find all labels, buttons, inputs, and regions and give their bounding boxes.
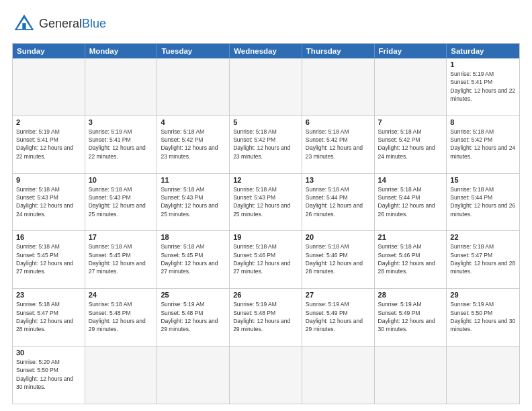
logo: GeneralBlue bbox=[12, 12, 106, 36]
day-number: 10 bbox=[89, 176, 154, 184]
day-number: 14 bbox=[378, 176, 443, 184]
calendar-cell: 23Sunrise: 5:18 AM Sunset: 5:47 PM Dayli… bbox=[13, 289, 85, 346]
day-number: 19 bbox=[233, 233, 298, 241]
day-number: 21 bbox=[378, 233, 443, 241]
calendar-cell: 25Sunrise: 5:19 AM Sunset: 5:48 PM Dayli… bbox=[157, 289, 230, 346]
calendar-cell: 2Sunrise: 5:19 AM Sunset: 5:41 PM Daylig… bbox=[13, 116, 85, 173]
calendar-body: 1Sunrise: 5:19 AM Sunset: 5:41 PM Daylig… bbox=[13, 58, 519, 404]
day-number: 22 bbox=[450, 233, 516, 241]
day-info: Sunrise: 5:19 AM Sunset: 5:48 PM Dayligh… bbox=[161, 300, 226, 333]
day-info: Sunrise: 5:19 AM Sunset: 5:41 PM Dayligh… bbox=[89, 128, 154, 161]
day-number: 17 bbox=[89, 233, 154, 241]
day-info: Sunrise: 5:19 AM Sunset: 5:41 PM Dayligh… bbox=[450, 70, 516, 103]
day-info: Sunrise: 5:18 AM Sunset: 5:43 PM Dayligh… bbox=[161, 185, 226, 218]
day-info: Sunrise: 5:18 AM Sunset: 5:42 PM Dayligh… bbox=[450, 128, 516, 161]
day-info: Sunrise: 5:18 AM Sunset: 5:42 PM Dayligh… bbox=[378, 128, 443, 161]
weekday-header: Sunday bbox=[13, 44, 85, 58]
calendar-cell: 7Sunrise: 5:18 AM Sunset: 5:42 PM Daylig… bbox=[375, 116, 447, 173]
day-number: 25 bbox=[161, 291, 226, 299]
calendar-cell bbox=[157, 347, 230, 404]
svg-rect-2 bbox=[22, 23, 26, 29]
calendar-cell: 13Sunrise: 5:18 AM Sunset: 5:44 PM Dayli… bbox=[302, 174, 375, 231]
calendar-cell bbox=[157, 58, 230, 116]
calendar-cell: 12Sunrise: 5:18 AM Sunset: 5:43 PM Dayli… bbox=[230, 174, 302, 231]
day-number: 23 bbox=[16, 291, 81, 299]
day-info: Sunrise: 5:18 AM Sunset: 5:43 PM Dayligh… bbox=[16, 185, 81, 218]
day-info: Sunrise: 5:18 AM Sunset: 5:48 PM Dayligh… bbox=[89, 300, 154, 333]
day-number: 16 bbox=[16, 233, 81, 241]
day-number: 1 bbox=[450, 60, 516, 68]
weekday-header: Tuesday bbox=[157, 44, 230, 58]
calendar-cell: 6Sunrise: 5:18 AM Sunset: 5:42 PM Daylig… bbox=[302, 116, 375, 173]
calendar-cell: 3Sunrise: 5:19 AM Sunset: 5:41 PM Daylig… bbox=[85, 116, 158, 173]
calendar-row: 9Sunrise: 5:18 AM Sunset: 5:43 PM Daylig… bbox=[13, 174, 519, 232]
calendar-cell bbox=[302, 347, 375, 404]
calendar-cell: 18Sunrise: 5:18 AM Sunset: 5:45 PM Dayli… bbox=[157, 231, 230, 288]
day-number: 2 bbox=[16, 118, 81, 126]
calendar: SundayMondayTuesdayWednesdayThursdayFrid… bbox=[12, 43, 520, 404]
logo-icon bbox=[12, 12, 36, 36]
day-info: Sunrise: 5:18 AM Sunset: 5:44 PM Dayligh… bbox=[306, 185, 371, 218]
calendar-cell: 21Sunrise: 5:18 AM Sunset: 5:46 PM Dayli… bbox=[375, 231, 447, 288]
calendar-cell: 28Sunrise: 5:19 AM Sunset: 5:49 PM Dayli… bbox=[375, 289, 447, 346]
day-number: 18 bbox=[161, 233, 226, 241]
day-number: 15 bbox=[450, 176, 516, 184]
day-number: 3 bbox=[89, 118, 154, 126]
calendar-cell: 4Sunrise: 5:18 AM Sunset: 5:42 PM Daylig… bbox=[157, 116, 230, 173]
calendar-cell: 16Sunrise: 5:18 AM Sunset: 5:45 PM Dayli… bbox=[13, 231, 85, 288]
day-number: 8 bbox=[450, 118, 516, 126]
calendar-row: 23Sunrise: 5:18 AM Sunset: 5:47 PM Dayli… bbox=[13, 289, 519, 347]
calendar-cell: 30Sunrise: 5:20 AM Sunset: 5:50 PM Dayli… bbox=[13, 347, 85, 404]
day-info: Sunrise: 5:19 AM Sunset: 5:49 PM Dayligh… bbox=[378, 300, 443, 333]
calendar-cell: 1Sunrise: 5:19 AM Sunset: 5:41 PM Daylig… bbox=[447, 58, 519, 116]
calendar-cell bbox=[302, 58, 375, 116]
weekday-header: Wednesday bbox=[230, 44, 302, 58]
day-info: Sunrise: 5:18 AM Sunset: 5:45 PM Dayligh… bbox=[161, 242, 226, 275]
calendar-cell bbox=[85, 347, 158, 404]
day-info: Sunrise: 5:18 AM Sunset: 5:43 PM Dayligh… bbox=[89, 185, 154, 218]
weekday-header: Thursday bbox=[302, 44, 375, 58]
calendar-cell: 11Sunrise: 5:18 AM Sunset: 5:43 PM Dayli… bbox=[157, 174, 230, 231]
day-info: Sunrise: 5:18 AM Sunset: 5:47 PM Dayligh… bbox=[16, 300, 81, 333]
weekday-header: Monday bbox=[85, 44, 158, 58]
day-info: Sunrise: 5:18 AM Sunset: 5:46 PM Dayligh… bbox=[306, 242, 371, 275]
calendar-row: 30Sunrise: 5:20 AM Sunset: 5:50 PM Dayli… bbox=[13, 347, 519, 404]
calendar-row: 1Sunrise: 5:19 AM Sunset: 5:41 PM Daylig… bbox=[13, 58, 519, 116]
header: GeneralBlue bbox=[12, 12, 520, 36]
logo-blue: Blue bbox=[82, 17, 106, 30]
day-number: 5 bbox=[233, 118, 298, 126]
logo-general: General bbox=[39, 17, 82, 30]
day-info: Sunrise: 5:18 AM Sunset: 5:47 PM Dayligh… bbox=[450, 242, 516, 275]
day-info: Sunrise: 5:20 AM Sunset: 5:50 PM Dayligh… bbox=[16, 358, 81, 391]
day-number: 7 bbox=[378, 118, 443, 126]
day-number: 9 bbox=[16, 176, 81, 184]
day-info: Sunrise: 5:18 AM Sunset: 5:46 PM Dayligh… bbox=[233, 242, 298, 275]
calendar-cell bbox=[13, 58, 85, 116]
calendar-cell: 9Sunrise: 5:18 AM Sunset: 5:43 PM Daylig… bbox=[13, 174, 85, 231]
calendar-cell bbox=[375, 58, 447, 116]
day-number: 20 bbox=[306, 233, 371, 241]
calendar-cell bbox=[447, 347, 519, 404]
logo-text: GeneralBlue bbox=[39, 17, 106, 31]
day-info: Sunrise: 5:18 AM Sunset: 5:43 PM Dayligh… bbox=[233, 185, 298, 218]
day-number: 6 bbox=[306, 118, 371, 126]
day-info: Sunrise: 5:18 AM Sunset: 5:45 PM Dayligh… bbox=[89, 242, 154, 275]
calendar-cell bbox=[375, 347, 447, 404]
day-number: 28 bbox=[378, 291, 443, 299]
day-info: Sunrise: 5:18 AM Sunset: 5:44 PM Dayligh… bbox=[450, 185, 516, 218]
day-number: 27 bbox=[306, 291, 371, 299]
weekday-header: Friday bbox=[375, 44, 447, 58]
day-info: Sunrise: 5:19 AM Sunset: 5:50 PM Dayligh… bbox=[450, 300, 516, 333]
calendar-cell: 19Sunrise: 5:18 AM Sunset: 5:46 PM Dayli… bbox=[230, 231, 302, 288]
day-number: 30 bbox=[16, 349, 81, 357]
calendar-cell: 20Sunrise: 5:18 AM Sunset: 5:46 PM Dayli… bbox=[302, 231, 375, 288]
day-info: Sunrise: 5:19 AM Sunset: 5:41 PM Dayligh… bbox=[16, 128, 81, 161]
calendar-cell: 29Sunrise: 5:19 AM Sunset: 5:50 PM Dayli… bbox=[447, 289, 519, 346]
day-info: Sunrise: 5:18 AM Sunset: 5:46 PM Dayligh… bbox=[378, 242, 443, 275]
day-info: Sunrise: 5:18 AM Sunset: 5:42 PM Dayligh… bbox=[161, 128, 226, 161]
calendar-cell: 17Sunrise: 5:18 AM Sunset: 5:45 PM Dayli… bbox=[85, 231, 158, 288]
day-info: Sunrise: 5:18 AM Sunset: 5:42 PM Dayligh… bbox=[306, 128, 371, 161]
day-info: Sunrise: 5:18 AM Sunset: 5:45 PM Dayligh… bbox=[16, 242, 81, 275]
day-number: 29 bbox=[450, 291, 516, 299]
calendar-page: GeneralBlue SundayMondayTuesdayWednesday… bbox=[0, 0, 532, 411]
